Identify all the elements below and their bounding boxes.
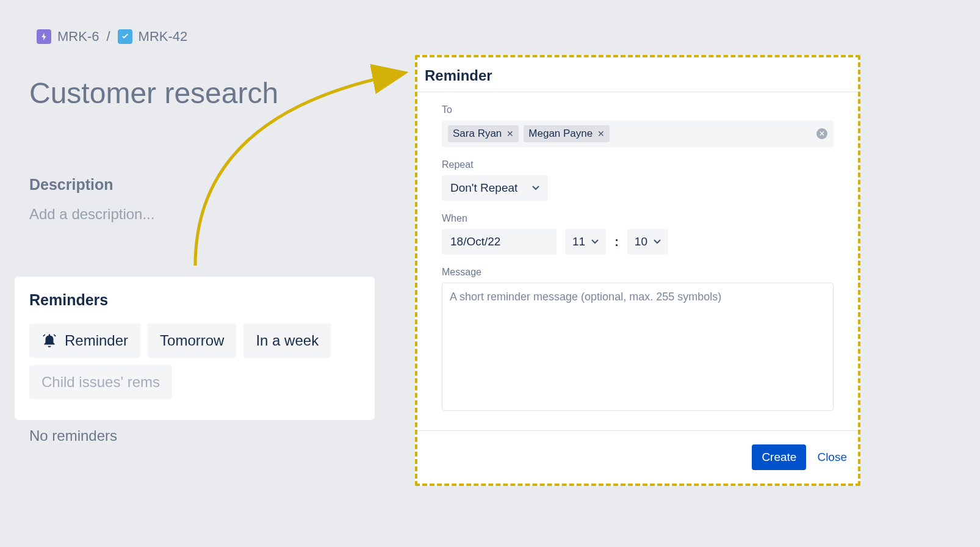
date-input[interactable]: 18/Oct/22 bbox=[442, 229, 557, 255]
in-a-week-button-label: In a week bbox=[256, 332, 319, 349]
tomorrow-button[interactable]: Tomorrow bbox=[148, 324, 236, 358]
message-label: Message bbox=[442, 267, 834, 278]
chevron-down-icon bbox=[532, 184, 539, 192]
minute-select[interactable]: 10 bbox=[627, 229, 668, 255]
dialog-header: Reminder bbox=[417, 57, 858, 92]
hour-value: 11 bbox=[572, 235, 585, 248]
recipients-field[interactable]: Sara Ryan ✕ Megan Payne ✕ ✕ bbox=[442, 120, 834, 147]
to-label: To bbox=[442, 104, 834, 115]
reminder-buttons-row: Reminder Tomorrow In a week Child issues… bbox=[29, 324, 360, 399]
reminder-button-label: Reminder bbox=[65, 332, 128, 349]
child-issues-rems-label: Child issues' rems bbox=[41, 374, 160, 391]
task-icon bbox=[118, 29, 132, 44]
tomorrow-button-label: Tomorrow bbox=[160, 332, 224, 349]
repeat-field-group: Repeat Don't Repeat bbox=[442, 159, 834, 201]
recipient-chip: Sara Ryan ✕ bbox=[448, 125, 519, 142]
when-row: 18/Oct/22 11 : 10 bbox=[442, 229, 834, 255]
time-colon: : bbox=[614, 235, 619, 249]
page-title: Customer research bbox=[29, 76, 278, 110]
message-textarea[interactable] bbox=[442, 283, 834, 411]
breadcrumb-parent[interactable]: MRK-6 bbox=[37, 29, 99, 45]
chevron-down-icon bbox=[654, 237, 661, 246]
description-section: Description Add a description... bbox=[29, 176, 154, 223]
when-field-group: When 18/Oct/22 11 : 10 bbox=[442, 213, 834, 255]
reminders-title: Reminders bbox=[29, 291, 360, 309]
dialog-title: Reminder bbox=[425, 67, 851, 84]
chevron-down-icon bbox=[591, 237, 599, 246]
close-button[interactable]: Close bbox=[817, 451, 847, 464]
no-reminders-text: No reminders bbox=[29, 427, 117, 444]
when-label: When bbox=[442, 213, 834, 224]
dialog-body: To Sara Ryan ✕ Megan Payne ✕ ✕ Repeat bbox=[417, 92, 858, 430]
repeat-select[interactable]: Don't Repeat bbox=[442, 175, 548, 201]
clear-all-icon[interactable]: ✕ bbox=[816, 128, 827, 139]
remove-recipient-icon[interactable]: ✕ bbox=[597, 129, 605, 139]
child-issues-rems-button[interactable]: Child issues' rems bbox=[29, 365, 172, 399]
description-label: Description bbox=[29, 176, 154, 194]
breadcrumb-separator: / bbox=[106, 29, 110, 45]
remove-recipient-icon[interactable]: ✕ bbox=[506, 129, 514, 139]
epic-icon bbox=[37, 29, 51, 44]
reminders-panel: Reminders Reminder Tomorrow In a week Ch… bbox=[15, 277, 375, 420]
minute-value: 10 bbox=[635, 235, 647, 248]
description-placeholder[interactable]: Add a description... bbox=[29, 206, 154, 223]
breadcrumb-current-label: MRK-42 bbox=[139, 29, 188, 45]
breadcrumb-parent-label: MRK-6 bbox=[57, 29, 99, 45]
repeat-value: Don't Repeat bbox=[450, 181, 517, 195]
create-button[interactable]: Create bbox=[752, 444, 806, 470]
breadcrumb-current[interactable]: MRK-42 bbox=[118, 29, 188, 45]
dialog-footer: Create Close bbox=[417, 430, 858, 484]
to-field-group: To Sara Ryan ✕ Megan Payne ✕ ✕ bbox=[442, 104, 834, 147]
in-a-week-button[interactable]: In a week bbox=[243, 324, 331, 358]
hour-select[interactable]: 11 bbox=[565, 229, 606, 255]
breadcrumb: MRK-6 / MRK-42 bbox=[37, 29, 187, 45]
recipient-chip: Megan Payne ✕ bbox=[524, 125, 610, 142]
bell-icon bbox=[41, 333, 57, 349]
repeat-label: Repeat bbox=[442, 159, 834, 170]
recipient-name: Megan Payne bbox=[528, 128, 593, 140]
reminder-dialog: Reminder To Sara Ryan ✕ Megan Payne ✕ ✕ bbox=[415, 55, 860, 486]
recipient-name: Sara Ryan bbox=[453, 128, 502, 140]
message-field-group: Message bbox=[442, 267, 834, 413]
reminder-button[interactable]: Reminder bbox=[29, 324, 140, 358]
